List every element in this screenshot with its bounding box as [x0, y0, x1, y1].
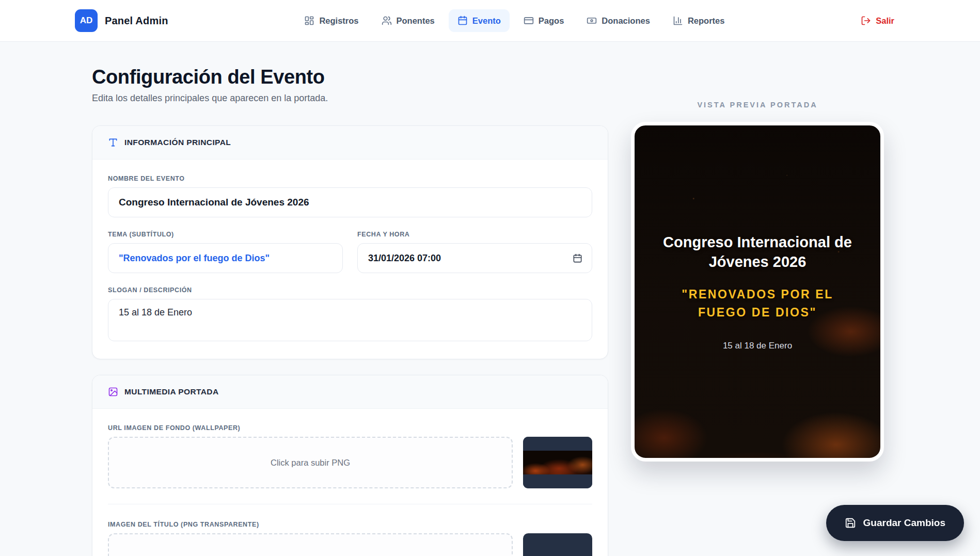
title-image-upload-row: [108, 533, 592, 556]
nav-label: Registros: [319, 16, 358, 26]
app-title: Panel Admin: [105, 15, 168, 27]
thumbnail-fire-image: [523, 451, 592, 474]
page-title: Configuración del Evento: [92, 66, 608, 88]
wallpaper-upload-row: Click para subir PNG: [108, 437, 592, 488]
logout-icon: [861, 15, 871, 26]
slogan-field: SLOGAN / DESCRIPCIÓN 15 al 18 de Enero: [108, 287, 592, 343]
grid-icon: [304, 15, 314, 26]
fecha-field: FECHA Y HORA 31/01/2026 07:00: [357, 231, 592, 273]
fecha-value: 31/01/2026 07:00: [368, 253, 573, 264]
fecha-label: FECHA Y HORA: [357, 231, 592, 238]
nav-item-pagos[interactable]: Pagos: [515, 9, 573, 32]
save-button-label: Guardar Cambios: [863, 517, 945, 529]
chart-icon: [673, 15, 683, 26]
users-icon: [382, 15, 392, 26]
save-icon: [845, 517, 856, 529]
nav-label: Pagos: [539, 16, 564, 26]
wallpaper-thumbnail: [523, 437, 592, 488]
image-icon: [108, 387, 118, 397]
slogan-textarea[interactable]: 15 al 18 de Enero: [108, 299, 592, 341]
thumbnail-letterbox-top: [523, 437, 592, 451]
cover-preview-card: Congreso Internacional de Jóvenes 2026 "…: [631, 122, 884, 462]
wallpaper-upload-text: Click para subir PNG: [271, 458, 350, 468]
page-subtitle: Edita los detalles principales que apare…: [92, 93, 608, 104]
logout-label: Salir: [876, 16, 894, 26]
logout-button[interactable]: Salir: [861, 15, 894, 26]
nav-item-ponentes[interactable]: Ponentes: [373, 9, 444, 32]
thumbnail-letterbox-top: [523, 533, 592, 556]
info-principal-header: INFORMACIÓN PRINCIPAL: [92, 126, 608, 160]
preview-event-title: Congreso Internacional de Jóvenes 2026: [655, 232, 860, 272]
title-image-thumbnail: [523, 533, 592, 556]
settings-column: Configuración del Evento Edita los detal…: [92, 66, 608, 556]
calendar-icon: [457, 15, 468, 26]
title-image-section: IMAGEN DEL TÍTULO (PNG TRANSPARENTE): [108, 504, 592, 556]
preview-event-subtitle: "RENOVADOS POR EL FUEGO DE DIOS": [655, 285, 860, 322]
main-content: Configuración del Evento Edita los detal…: [0, 42, 980, 556]
top-nav-bar: AD Panel Admin Registros Ponentes Evento: [0, 0, 980, 42]
nav-label: Donaciones: [602, 16, 650, 26]
wallpaper-upload-dropzone[interactable]: Click para subir PNG: [108, 437, 513, 488]
multimedia-card: MULTIMEDIA PORTADA URL IMAGEN DE FONDO (…: [92, 375, 608, 556]
preview-event-slogan: 15 al 18 de Enero: [723, 341, 792, 351]
main-nav: Registros Ponentes Evento Pagos Donacion…: [168, 9, 861, 32]
info-principal-card: INFORMACIÓN PRINCIPAL NOMBRE DEL EVENTO …: [92, 125, 608, 359]
nav-label: Reportes: [688, 16, 725, 26]
multimedia-header: MULTIMEDIA PORTADA: [92, 375, 608, 409]
title-image-upload-dropzone[interactable]: [108, 533, 513, 556]
nav-item-reportes[interactable]: Reportes: [664, 9, 734, 32]
nombre-label: NOMBRE DEL EVENTO: [108, 175, 592, 182]
datepicker-calendar-icon[interactable]: [573, 253, 582, 263]
fecha-input[interactable]: 31/01/2026 07:00: [357, 243, 592, 273]
save-changes-button[interactable]: Guardar Cambios: [826, 505, 964, 541]
card-icon: [524, 15, 534, 26]
nav-label: Ponentes: [397, 16, 435, 26]
tema-label: TEMA (SUBTÍTULO): [108, 231, 343, 238]
tema-field: TEMA (SUBTÍTULO): [108, 231, 343, 273]
nav-item-registros[interactable]: Registros: [295, 9, 367, 32]
nav-item-donaciones[interactable]: Donaciones: [578, 9, 659, 32]
wallpaper-label: URL IMAGEN DE FONDO (WALLPAPER): [108, 424, 592, 432]
card-title: MULTIMEDIA PORTADA: [124, 387, 219, 396]
multimedia-body: URL IMAGEN DE FONDO (WALLPAPER) Click pa…: [92, 409, 608, 556]
thumbnail-letterbox-bottom: [523, 474, 592, 488]
card-title: INFORMACIÓN PRINCIPAL: [124, 138, 231, 147]
brand: AD Panel Admin: [75, 9, 168, 32]
preview-heading: VISTA PREVIA PORTADA: [631, 101, 884, 109]
slogan-label: SLOGAN / DESCRIPCIÓN: [108, 287, 592, 294]
type-icon: [108, 137, 118, 148]
tema-input[interactable]: [108, 243, 343, 273]
title-image-label: IMAGEN DEL TÍTULO (PNG TRANSPARENTE): [108, 521, 592, 528]
app-logo: AD: [75, 9, 98, 32]
nav-label: Evento: [472, 16, 501, 26]
banknote-icon: [587, 15, 597, 26]
nav-item-evento[interactable]: Evento: [449, 9, 510, 32]
nombre-evento-input[interactable]: [108, 187, 592, 217]
info-principal-body: NOMBRE DEL EVENTO TEMA (SUBTÍTULO) FECHA…: [92, 160, 608, 359]
preview-column: VISTA PREVIA PORTADA Congreso Internacio…: [631, 66, 884, 556]
